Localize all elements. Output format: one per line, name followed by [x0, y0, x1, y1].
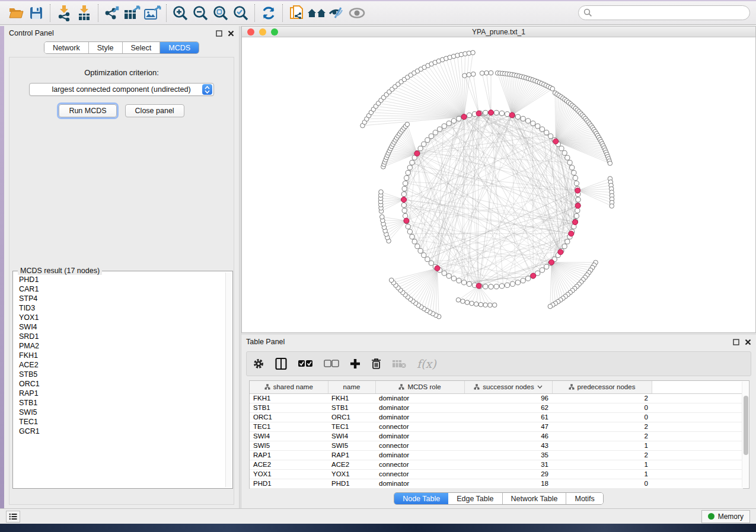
cell-shared_name[interactable]: SWI5 — [250, 441, 328, 450]
table-row[interactable]: TEC1TEC1connector472 — [250, 422, 743, 431]
cell-name[interactable]: ACE2 — [328, 460, 375, 469]
save-session-button[interactable] — [26, 4, 46, 23]
graph-node[interactable] — [565, 155, 570, 160]
graph-node[interactable] — [565, 239, 570, 244]
graph-satellite-node[interactable] — [480, 71, 484, 76]
mcds-result-item[interactable]: PHD1 — [14, 275, 225, 284]
mcds-result-item[interactable]: STB1 — [14, 398, 225, 408]
select-all-icon[interactable] — [298, 360, 313, 368]
graph-node[interactable] — [403, 181, 408, 185]
cell-role[interactable]: connector — [375, 441, 464, 450]
table-row[interactable]: FKH1FKH1dominator962 — [250, 393, 743, 403]
table-row[interactable]: PHD1PHD1dominator180 — [250, 479, 743, 488]
graph-node[interactable] — [451, 118, 456, 123]
cell-successors[interactable]: 18 — [464, 479, 552, 488]
graph-mcds-hub-node[interactable] — [461, 114, 467, 120]
float-panel-icon[interactable] — [733, 339, 739, 345]
cell-predecessors[interactable]: 2 — [552, 393, 652, 403]
deselect-all-icon[interactable] — [324, 360, 339, 368]
graph-node[interactable] — [425, 137, 430, 142]
delete-row-icon[interactable] — [371, 358, 381, 370]
graph-node[interactable] — [461, 280, 466, 285]
log-console-button[interactable] — [6, 511, 20, 523]
graph-satellite-node[interactable] — [492, 303, 497, 307]
network-window-titlebar[interactable]: YPA_prune.txt_1 — [242, 27, 755, 37]
graph-node[interactable] — [483, 284, 488, 289]
graph-node[interactable] — [425, 257, 430, 262]
graph-satellite-node[interactable] — [461, 299, 465, 304]
graph-mcds-hub-node[interactable] — [476, 283, 481, 289]
graph-node[interactable] — [515, 280, 520, 285]
graph-satellite-node[interactable] — [465, 300, 470, 305]
cell-role[interactable]: dominator — [375, 403, 464, 412]
tab-motifs[interactable]: Motifs — [566, 493, 602, 504]
graph-node[interactable] — [406, 224, 410, 229]
graph-node[interactable] — [567, 160, 572, 165]
mcds-result-item[interactable]: PMA2 — [14, 341, 225, 351]
mcds-result-item[interactable]: YOX1 — [14, 313, 225, 322]
cell-shared_name[interactable]: STB1 — [250, 403, 328, 412]
cell-shared_name[interactable]: ORC1 — [250, 412, 328, 422]
graph-node[interactable] — [410, 234, 414, 239]
export-network-button[interactable] — [102, 4, 122, 23]
cell-predecessors[interactable]: 2 — [552, 431, 652, 441]
cell-shared_name[interactable]: PHD1 — [250, 479, 328, 488]
table-row[interactable]: SWI5SWI5connector431 — [250, 441, 743, 450]
graph-satellite-node[interactable] — [471, 50, 476, 55]
column-header-shared-name[interactable]: shared name — [250, 381, 328, 393]
graph-node[interactable] — [402, 186, 407, 191]
graph-node[interactable] — [572, 170, 576, 175]
graph-node[interactable] — [418, 248, 423, 253]
cell-shared_name[interactable]: FKH1 — [250, 393, 328, 403]
graph-node[interactable] — [494, 284, 499, 289]
graph-node[interactable] — [521, 278, 525, 283]
cell-predecessors[interactable]: 1 — [552, 469, 652, 479]
graph-mcds-hub-node[interactable] — [404, 218, 409, 223]
graph-node[interactable] — [415, 244, 420, 249]
graph-mcds-hub-node[interactable] — [549, 259, 554, 265]
cell-role[interactable]: dominator — [375, 393, 464, 403]
zoom-fit-button[interactable] — [210, 4, 231, 23]
graph-node[interactable] — [575, 208, 580, 213]
cell-successors[interactable]: 35 — [464, 450, 552, 460]
graph-mcds-hub-node[interactable] — [558, 249, 563, 255]
graph-mcds-hub-node[interactable] — [401, 197, 407, 203]
graph-satellite-node[interactable] — [550, 86, 555, 91]
graph-node[interactable] — [433, 130, 438, 135]
zoom-in-button[interactable] — [170, 4, 190, 23]
graph-node[interactable] — [525, 118, 530, 123]
first-neighbors-button[interactable] — [307, 4, 327, 23]
graph-node[interactable] — [429, 261, 433, 265]
graph-satellite-node[interactable] — [474, 302, 479, 306]
graph-node[interactable] — [407, 165, 412, 170]
column-header-name[interactable]: name — [328, 381, 375, 393]
show-all-button[interactable] — [347, 4, 367, 23]
graph-mcds-hub-node[interactable] — [575, 188, 580, 193]
graph-node[interactable] — [573, 175, 578, 180]
table-row[interactable]: YOX1YOX1connector291 — [250, 469, 743, 479]
table-row[interactable]: ORC1ORC1dominator610 — [250, 412, 743, 422]
tab-mcds[interactable]: MCDS — [160, 42, 199, 53]
cell-name[interactable]: YOX1 — [328, 469, 375, 479]
close-panel-icon[interactable] — [228, 30, 234, 37]
graph-node[interactable] — [437, 127, 442, 132]
tab-node-table[interactable]: Node Table — [394, 493, 448, 504]
cell-successors[interactable]: 61 — [464, 412, 552, 422]
graph-satellite-node[interactable] — [489, 70, 493, 75]
graph-mcds-hub-node[interactable] — [531, 273, 536, 278]
graph-node[interactable] — [499, 111, 504, 116]
graph-node[interactable] — [446, 274, 451, 278]
graph-satellite-node[interactable] — [471, 72, 476, 76]
cell-shared_name[interactable]: YOX1 — [250, 469, 328, 479]
memory-button[interactable]: Memory — [701, 510, 750, 523]
tab-network-table[interactable]: Network Table — [503, 493, 567, 504]
cell-name[interactable]: TEC1 — [328, 422, 375, 431]
cell-successors[interactable]: 43 — [464, 441, 552, 450]
graph-satellite-node[interactable] — [467, 72, 471, 77]
graph-node[interactable] — [407, 229, 412, 234]
graph-node[interactable] — [548, 134, 553, 139]
cell-role[interactable]: dominator — [375, 479, 464, 488]
run-mcds-button[interactable]: Run MCDS — [59, 104, 116, 117]
column-header-mcds-role[interactable]: MCDS role — [375, 381, 464, 393]
clone-network-button[interactable] — [286, 4, 307, 23]
